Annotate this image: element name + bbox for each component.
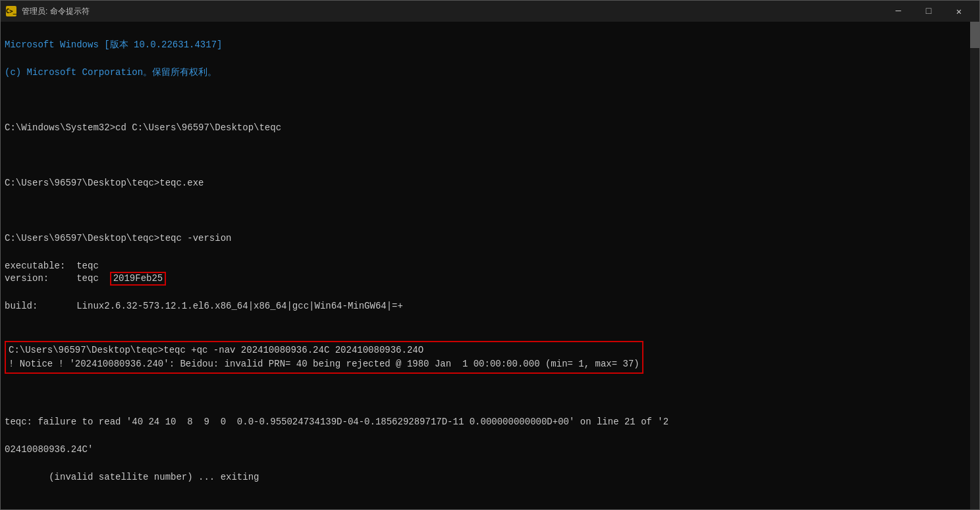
command-version: C:\Users\96597\Desktop\teqc>teqc -versio… [5, 233, 231, 243]
titlebar: C>_ 管理员: 命令提示符 ─ □ ✕ [1, 1, 979, 22]
scrollbar[interactable] [970, 22, 979, 509]
command-teqcexe: C:\Users\96597\Desktop\teqc>teqc.exe [5, 178, 204, 188]
header-line-1: Microsoft Windows [版本 10.0.22631.4317] [5, 39, 222, 50]
terminal-content-2: build: Linux2.6.32-573.12.1.el6.x86_64|x… [5, 286, 975, 341]
window-icon: C>_ [6, 6, 16, 16]
close-button[interactable]: ✕ [944, 1, 974, 22]
header-line-2: (c) Microsoft Corporation。保留所有权利。 [5, 67, 217, 78]
scrollbar-thumb[interactable] [970, 22, 979, 48]
maximize-button[interactable]: □ [913, 1, 944, 22]
command-block-outlined: C:\Users\96597\Desktop\teqc>teqc +qc -na… [5, 341, 643, 374]
error-line-3: (invalid satellite number) ... exiting [5, 472, 259, 482]
version-line-container: version: teqc 2019Feb25 [5, 272, 975, 286]
error-line-1: teqc: failure to read '40 24 10 8 9 0 0.… [5, 417, 668, 427]
cmd-window: C>_ 管理员: 命令提示符 ─ □ ✕ Microsoft Windows [… [0, 0, 980, 510]
exec-label: executable: teqc [5, 261, 99, 271]
version-value-box: 2019Feb25 [110, 272, 167, 286]
window-controls: ─ □ ✕ [883, 1, 974, 22]
error-line-2: 02410080936.24C' [5, 444, 93, 455]
window-title: 管理员: 命令提示符 [22, 6, 883, 17]
terminal-content: Microsoft Windows [版本 10.0.22631.4317] (… [5, 24, 975, 273]
terminal-content-3: teqc: failure to read '40 24 10 8 9 0 0.… [5, 374, 975, 509]
cmd4-line1: C:\Users\96597\Desktop\teqc>teqc +qc -na… [9, 345, 423, 355]
cmd4-line2: ! Notice ! '202410080936.240': Beidou: i… [9, 359, 640, 369]
version-label: version: teqc [5, 273, 110, 284]
build-label: build: Linux2.6.32-573.12.1.el6.x86_64|x… [5, 301, 403, 311]
minimize-button[interactable]: ─ [883, 1, 913, 22]
command-cd: C:\Windows\System32>cd C:\Users\96597\De… [5, 122, 281, 133]
terminal-body[interactable]: Microsoft Windows [版本 10.0.22631.4317] (… [1, 22, 979, 509]
